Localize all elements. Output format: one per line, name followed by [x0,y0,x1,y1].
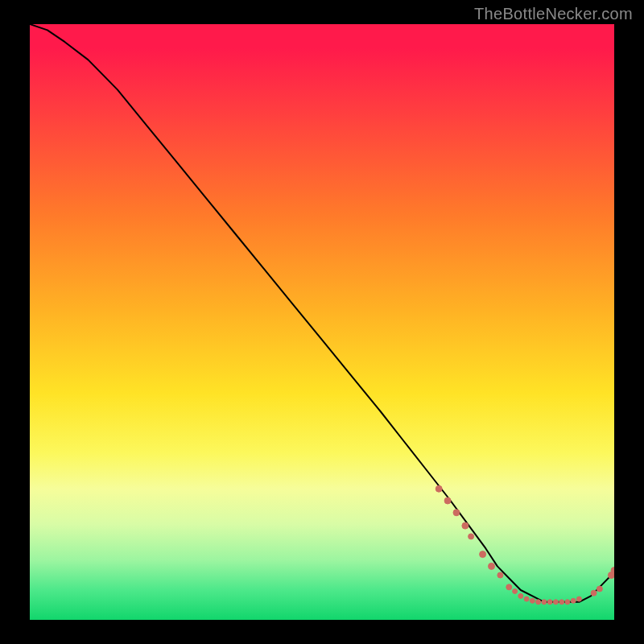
curve-svg [30,24,614,620]
marker-dot [513,589,518,594]
marker-dot [497,572,503,578]
marker-dot [453,510,460,516]
marker-dot [530,598,535,603]
marker-dot [469,534,474,539]
marker-dot [611,568,614,574]
marker-dot [565,600,570,605]
marker-dot [553,600,558,605]
plot-area [30,24,614,620]
marker-dot [524,597,529,601]
marker-dot [480,551,486,558]
marker-dot [436,485,442,492]
marker-dot [506,584,512,590]
marker-dot [536,600,541,605]
chart-stage: TheBottleNecker.com [0,0,644,644]
marker-dot [547,600,552,605]
marker-dot [576,597,581,601]
marker-dot [518,593,523,598]
watermark-text: TheBottleNecker.com [474,5,633,23]
marker-group [436,485,614,605]
marker-dot [542,600,547,605]
marker-dot [559,600,564,605]
marker-dot [597,586,602,592]
marker-dot [444,497,451,504]
marker-dot [591,590,597,596]
marker-dot [571,598,576,603]
bottleneck-curve [30,24,614,602]
marker-dot [489,563,495,569]
marker-dot [462,522,469,529]
